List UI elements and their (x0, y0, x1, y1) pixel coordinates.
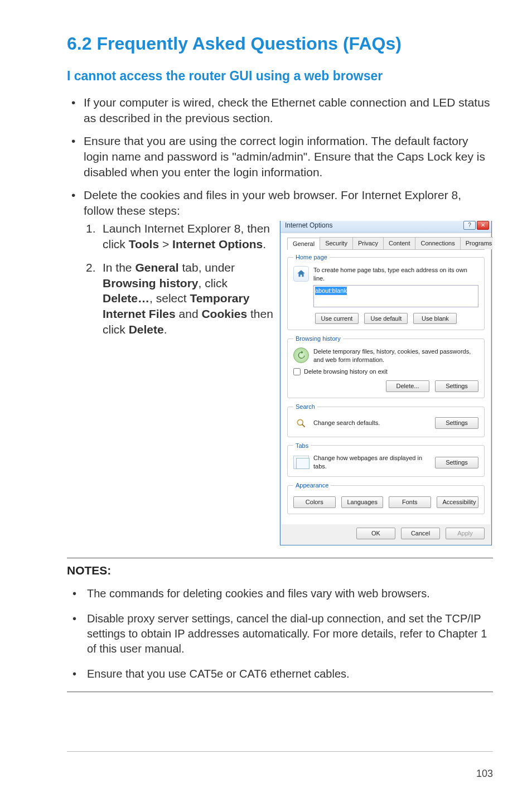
footer-rule (67, 751, 493, 752)
search-desc: Change search defaults. (313, 419, 431, 427)
tab-security[interactable]: Security (320, 237, 353, 249)
history-icon (293, 347, 309, 363)
step-number: 2. (86, 260, 96, 276)
tabs-group: Tabs Change how webpages are displayed i… (287, 442, 485, 477)
browsing-history-desc: Delete temporary files, history, cookies… (313, 347, 478, 364)
note-item: Ensure that you use CAT5e or CAT6 ethern… (67, 666, 493, 682)
tab-connections[interactable]: Connections (415, 237, 460, 249)
bullet-text: Delete the cookies and files in your web… (84, 189, 461, 217)
home-icon (293, 266, 309, 282)
svg-line-1 (302, 424, 305, 427)
strong-internet-options: Internet Options (172, 238, 263, 250)
internet-options-dialog: Internet Options ? ✕ General Security Pr… (280, 221, 492, 545)
note-item: Disable proxy server settings, cancel th… (67, 611, 493, 656)
page-number: 103 (476, 768, 493, 780)
step-text: . (164, 323, 167, 336)
step-text: tab, under (179, 261, 235, 274)
checkbox-label: Delete browsing history on exit (304, 368, 388, 376)
home-page-desc: To create home page tabs, type each addr… (313, 266, 478, 283)
browsing-history-group: Browsing history Delete temporary files,… (287, 335, 485, 398)
step-text: and (176, 307, 202, 320)
accessibility-button[interactable]: Accessibility (437, 496, 479, 508)
ok-button[interactable]: OK (356, 528, 395, 539)
strong-cookies: Cookies (201, 307, 247, 320)
search-legend: Search (293, 403, 317, 411)
tab-content[interactable]: Content (383, 237, 416, 249)
use-default-button[interactable]: Use default (364, 313, 408, 325)
sub-title: I cannot access the router GUI using a w… (67, 69, 493, 84)
languages-button[interactable]: Languages (341, 496, 384, 508)
tabs-legend: Tabs (293, 442, 311, 450)
note-item: The commands for deleting cookies and fi… (67, 586, 493, 601)
bullet-item: Ensure that you are using the correct lo… (67, 133, 493, 181)
delete-button[interactable]: Delete... (386, 380, 429, 392)
step-text: > (159, 238, 172, 250)
dialog-titlebar[interactable]: Internet Options ? ✕ (280, 221, 491, 233)
fonts-button[interactable]: Fonts (389, 496, 431, 508)
step-item: 2. In the General tab, under Browsing hi… (84, 260, 276, 337)
strong-browsing-history: Browsing history (103, 277, 199, 289)
tab-strip: General Security Privacy Content Connect… (287, 237, 485, 250)
appearance-group: Appearance Colors Languages Fonts Access… (287, 481, 485, 514)
bullet-item: Delete the cookies and files in your web… (67, 187, 493, 545)
step-item: 1. Launch Internet Explorer 8, then clic… (84, 221, 276, 252)
strong-delete-ellipsis: Delete… (103, 292, 149, 305)
colors-button[interactable]: Colors (293, 496, 336, 508)
step-text: . (263, 238, 266, 250)
strong-tools: Tools (129, 238, 159, 250)
step-number: 1. (86, 221, 96, 236)
tabs-desc: Change how webpages are displayed in tab… (313, 454, 431, 471)
search-settings-button[interactable]: Settings (435, 417, 478, 429)
tabs-settings-button[interactable]: Settings (435, 457, 478, 468)
cancel-button[interactable]: Cancel (401, 528, 440, 539)
browsing-history-legend: Browsing history (293, 335, 343, 343)
tab-privacy[interactable]: Privacy (352, 237, 384, 249)
help-icon[interactable]: ? (463, 221, 476, 230)
main-bullet-list: If your computer is wired, check the Eth… (67, 95, 493, 545)
close-icon[interactable]: ✕ (477, 221, 489, 230)
notes-heading: NOTES: (67, 564, 493, 577)
home-page-url-value: about:blank (315, 287, 347, 295)
section-title: 6.2 Frequently Asked Questions (FAQs) (67, 33, 493, 54)
checkbox-input[interactable] (293, 368, 301, 375)
step-text: In the (103, 261, 135, 274)
divider (67, 558, 493, 558)
use-blank-button[interactable]: Use blank (413, 313, 457, 325)
history-settings-button[interactable]: Settings (435, 380, 478, 392)
delete-on-exit-checkbox[interactable]: Delete browsing history on exit (293, 368, 478, 376)
home-page-group: Home page To create home page tabs, type… (287, 253, 485, 330)
use-current-button[interactable]: Use current (315, 313, 359, 325)
notes-list: The commands for deleting cookies and fi… (67, 586, 493, 682)
tab-programs[interactable]: Programs (460, 237, 493, 249)
dialog-title: Internet Options (285, 221, 332, 230)
home-page-legend: Home page (293, 253, 330, 262)
step-text: , select (149, 292, 190, 305)
search-group: Search Change search defaults. Settings (287, 403, 485, 437)
strong-general: General (135, 261, 178, 274)
apply-button[interactable]: Apply (446, 528, 485, 539)
strong-delete: Delete (129, 323, 164, 336)
bullet-item: If your computer is wired, check the Eth… (67, 95, 493, 127)
divider (67, 692, 493, 692)
tabs-icon (293, 456, 309, 469)
step-text: , click (199, 277, 228, 289)
search-icon (293, 416, 309, 431)
appearance-legend: Appearance (293, 481, 331, 490)
steps-list: 1. Launch Internet Explorer 8, then clic… (84, 221, 276, 337)
tab-general[interactable]: General (287, 238, 320, 250)
